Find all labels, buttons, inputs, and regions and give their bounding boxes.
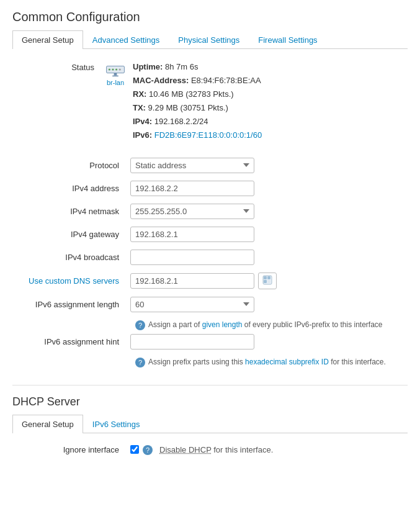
- ipv6-length-block: IPv6 assignment length 60 ? Assign a par…: [12, 297, 408, 330]
- ipv6-hint-block: IPv6 assignment hint ? Assign prefix par…: [12, 334, 408, 367]
- ipv6-label: IPv6:: [133, 130, 152, 140]
- ipv6-length-hint-text: Assign a part of given length of every p…: [148, 320, 383, 330]
- dns-row: Use custom DNS servers: [12, 273, 408, 289]
- status-info: Uptime: 8h 7m 6s MAC-Address: E8:94:F6:7…: [133, 60, 262, 143]
- ipv6-length-row: IPv6 assignment length 60: [12, 297, 408, 312]
- ignore-checkbox-wrap: ? Disable DHCP for this interface.: [130, 444, 273, 455]
- disable-dhcp-text: Disable DHCP for this interface.: [159, 445, 273, 454]
- ipv4-address-input[interactable]: [130, 181, 254, 196]
- svg-rect-10: [264, 280, 267, 283]
- add-icon: [262, 275, 272, 285]
- ipv6-hint-label: IPv6 assignment hint: [19, 337, 130, 346]
- dns-input-wrap: [130, 273, 277, 289]
- ipv6-length-label: IPv6 assignment length: [19, 300, 130, 309]
- ipv6-hint-input[interactable]: [130, 334, 254, 349]
- ignore-interface-label: Ignore interface: [19, 445, 130, 454]
- ignore-interface-row: Ignore interface ? Disable DHCP for this…: [12, 444, 408, 455]
- ignore-interface-checkbox[interactable]: [130, 445, 139, 454]
- ipv6-hint-hint-text: Assign prefix parts using this hexadecim…: [148, 357, 386, 367]
- svg-point-1: [109, 68, 110, 70]
- protocol-row: Protocol Static address: [12, 158, 408, 173]
- ipv4-gateway-row: IPv4 gateway: [12, 227, 408, 242]
- ignore-hint-icon: ?: [143, 445, 153, 455]
- rx-value: 10.46 MB (32783 Pkts.): [149, 89, 234, 99]
- ipv6-value: FD2B:6E97:E118:0:0:0:0:1/60: [154, 130, 262, 140]
- ipv4-gateway-input[interactable]: [130, 227, 254, 242]
- svg-point-2: [112, 68, 114, 70]
- page-title: Common Configuration: [12, 10, 408, 24]
- ipv4-address-label: IPv4 address: [19, 184, 130, 193]
- rx-label: RX:: [133, 89, 146, 99]
- ipv4-gateway-label: IPv4 gateway: [19, 230, 130, 239]
- protocol-select[interactable]: Static address: [130, 158, 254, 173]
- svg-rect-9: [267, 276, 270, 279]
- dhcp-tab-ipv6-settings[interactable]: IPv6 Settings: [83, 415, 150, 433]
- tab-firewall-settings[interactable]: Firewall Settings: [249, 30, 326, 49]
- uptime-label: Uptime:: [133, 62, 163, 71]
- section-divider: [12, 385, 408, 385]
- dhcp-section-title: DHCP Server: [12, 395, 408, 408]
- main-tab-bar: General Setup Advanced Settings Physical…: [12, 30, 408, 49]
- ipv4-label: IPv4:: [133, 117, 152, 126]
- tab-advanced-settings[interactable]: Advanced Settings: [83, 30, 169, 49]
- ipv4-value: 192.168.2.2/24: [154, 117, 208, 126]
- dhcp-tab-general-setup[interactable]: General Setup: [12, 415, 83, 433]
- ipv4-netmask-label: IPv4 netmask: [19, 207, 130, 216]
- svg-rect-11: [267, 280, 270, 283]
- br-lan-label: br-lan: [107, 79, 124, 86]
- tx-value: 9.29 MB (30751 Pkts.): [148, 103, 228, 112]
- ipv4-netmask-row: IPv4 netmask 255.255.255.0: [12, 204, 408, 219]
- status-label: Status: [19, 60, 105, 72]
- protocol-label: Protocol: [19, 161, 130, 170]
- ipv6-length-hint-row: ? Assign a part of given length of every…: [12, 320, 408, 330]
- mac-value: E8:94:F6:78:BE:AA: [191, 76, 261, 85]
- dhcp-tab-bar: General Setup IPv6 Settings: [12, 415, 408, 433]
- ipv6-length-select[interactable]: 60: [130, 297, 254, 312]
- tx-label: TX:: [133, 103, 146, 112]
- svg-rect-8: [264, 276, 267, 279]
- svg-rect-5: [114, 73, 117, 76]
- status-row: Status br-lan Uptime: 8h 7m 6s MAC-Addre…: [12, 60, 408, 143]
- ipv4-broadcast-label: IPv4 broadcast: [19, 253, 130, 262]
- tab-physical-settings[interactable]: Physical Settings: [169, 30, 249, 49]
- ipv6-length-hint-icon: ?: [135, 320, 145, 330]
- mac-label: MAC-Address:: [133, 76, 189, 85]
- dns-add-button[interactable]: [258, 273, 277, 289]
- svg-point-3: [115, 68, 117, 70]
- svg-rect-6: [112, 76, 118, 77]
- tab-general-setup[interactable]: General Setup: [12, 30, 83, 49]
- dns-input[interactable]: [130, 273, 254, 289]
- uptime-value: 8h 7m 6s: [165, 62, 198, 71]
- ipv6-hint-hint-row: ? Assign prefix parts using this hexadec…: [12, 357, 408, 367]
- ipv4-broadcast-row: IPv4 broadcast: [12, 250, 408, 265]
- ipv6-hint-row: IPv6 assignment hint: [12, 334, 408, 349]
- ipv6-hint-hint-icon: ?: [135, 358, 145, 367]
- dns-label: Use custom DNS servers: [19, 276, 130, 286]
- network-icon-wrap: br-lan: [105, 61, 125, 86]
- ipv4-netmask-select[interactable]: 255.255.255.0: [130, 204, 254, 219]
- ipv4-broadcast-input[interactable]: [130, 250, 254, 265]
- svg-point-4: [119, 68, 121, 70]
- network-icon: [105, 61, 125, 78]
- ipv4-address-row: IPv4 address: [12, 181, 408, 196]
